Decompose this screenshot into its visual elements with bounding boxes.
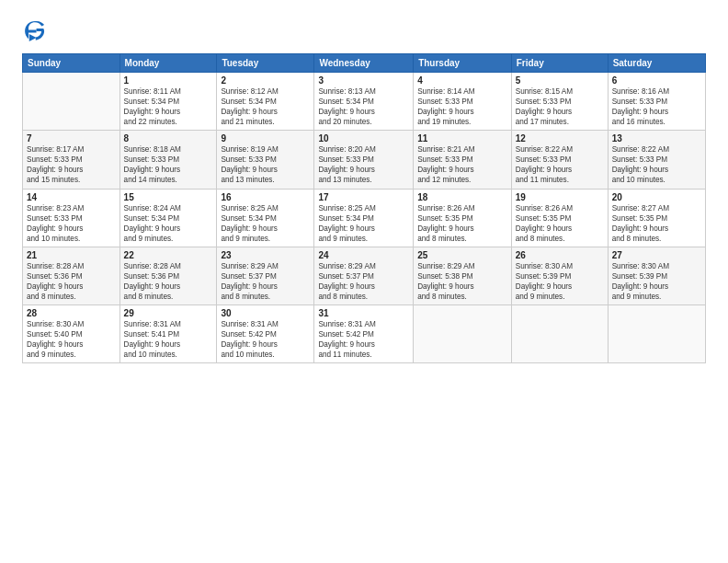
- calendar-table: SundayMondayTuesdayWednesdayThursdayFrid…: [22, 53, 706, 363]
- calendar-cell: 10Sunrise: 8:20 AMSunset: 5:33 PMDayligh…: [314, 131, 414, 189]
- day-of-week-tuesday: Tuesday: [217, 54, 314, 73]
- calendar-cell: 3Sunrise: 8:13 AMSunset: 5:34 PMDaylight…: [314, 73, 414, 131]
- day-number: 23: [221, 250, 310, 260]
- day-info: Sunrise: 8:31 AMSunset: 5:42 PMDaylight:…: [318, 319, 409, 360]
- day-info: Sunrise: 8:19 AMSunset: 5:33 PMDaylight:…: [221, 144, 310, 185]
- calendar-cell: [23, 73, 120, 131]
- calendar-cell: 5Sunrise: 8:15 AMSunset: 5:33 PMDaylight…: [511, 73, 608, 131]
- calendar-cell: 17Sunrise: 8:25 AMSunset: 5:34 PMDayligh…: [314, 189, 414, 247]
- day-number: 13: [612, 133, 701, 144]
- calendar-cell: [608, 305, 705, 363]
- day-info: Sunrise: 8:23 AMSunset: 5:33 PMDaylight:…: [27, 203, 116, 244]
- day-info: Sunrise: 8:26 AMSunset: 5:35 PMDaylight:…: [417, 203, 507, 244]
- day-info: Sunrise: 8:24 AMSunset: 5:34 PMDaylight:…: [124, 203, 213, 244]
- day-number: 22: [124, 250, 213, 260]
- day-info: Sunrise: 8:20 AMSunset: 5:33 PMDaylight:…: [318, 144, 409, 185]
- day-of-week-monday: Monday: [119, 54, 217, 73]
- day-info: Sunrise: 8:31 AMSunset: 5:42 PMDaylight:…: [221, 319, 310, 360]
- day-number: 28: [27, 308, 116, 318]
- day-number: 10: [318, 133, 409, 144]
- day-number: 19: [516, 192, 604, 202]
- calendar-cell: 1Sunrise: 8:11 AMSunset: 5:34 PMDaylight…: [119, 73, 217, 131]
- calendar-header: SundayMondayTuesdayWednesdayThursdayFrid…: [23, 54, 706, 73]
- day-info: Sunrise: 8:16 AMSunset: 5:33 PMDaylight:…: [612, 86, 701, 127]
- day-number: 25: [417, 250, 507, 260]
- day-info: Sunrise: 8:27 AMSunset: 5:35 PMDaylight:…: [612, 203, 701, 244]
- calendar-cell: 30Sunrise: 8:31 AMSunset: 5:42 PMDayligh…: [217, 305, 314, 363]
- day-number: 20: [612, 192, 701, 202]
- calendar-cell: 14Sunrise: 8:23 AMSunset: 5:33 PMDayligh…: [23, 189, 120, 247]
- day-number: 24: [318, 250, 409, 260]
- calendar-cell: [414, 305, 512, 363]
- calendar-cell: 31Sunrise: 8:31 AMSunset: 5:42 PMDayligh…: [314, 305, 414, 363]
- logo-icon: [22, 18, 48, 44]
- day-of-week-saturday: Saturday: [608, 54, 705, 73]
- day-info: Sunrise: 8:22 AMSunset: 5:33 PMDaylight:…: [612, 144, 701, 185]
- week-row-5: 28Sunrise: 8:30 AMSunset: 5:40 PMDayligh…: [23, 305, 706, 363]
- calendar-cell: 15Sunrise: 8:24 AMSunset: 5:34 PMDayligh…: [119, 189, 217, 247]
- day-number: 3: [318, 75, 409, 86]
- calendar-cell: 28Sunrise: 8:30 AMSunset: 5:40 PMDayligh…: [23, 305, 120, 363]
- day-info: Sunrise: 8:31 AMSunset: 5:41 PMDaylight:…: [124, 319, 213, 360]
- week-row-1: 1Sunrise: 8:11 AMSunset: 5:34 PMDaylight…: [23, 73, 706, 131]
- week-row-3: 14Sunrise: 8:23 AMSunset: 5:33 PMDayligh…: [23, 189, 706, 247]
- day-info: Sunrise: 8:14 AMSunset: 5:33 PMDaylight:…: [417, 86, 507, 127]
- days-of-week-row: SundayMondayTuesdayWednesdayThursdayFrid…: [23, 54, 706, 73]
- calendar-cell: 6Sunrise: 8:16 AMSunset: 5:33 PMDaylight…: [608, 73, 705, 131]
- day-of-week-thursday: Thursday: [414, 54, 512, 73]
- week-row-2: 7Sunrise: 8:17 AMSunset: 5:33 PMDaylight…: [23, 131, 706, 189]
- day-number: 15: [124, 192, 213, 202]
- calendar-cell: 12Sunrise: 8:22 AMSunset: 5:33 PMDayligh…: [511, 131, 608, 189]
- calendar-cell: 7Sunrise: 8:17 AMSunset: 5:33 PMDaylight…: [23, 131, 120, 189]
- day-number: 26: [516, 250, 604, 260]
- day-number: 7: [27, 133, 116, 144]
- calendar-cell: 23Sunrise: 8:29 AMSunset: 5:37 PMDayligh…: [217, 247, 314, 304]
- day-info: Sunrise: 8:29 AMSunset: 5:37 PMDaylight:…: [221, 261, 310, 302]
- day-number: 9: [221, 133, 310, 144]
- day-info: Sunrise: 8:15 AMSunset: 5:33 PMDaylight:…: [516, 86, 604, 127]
- day-info: Sunrise: 8:17 AMSunset: 5:33 PMDaylight:…: [27, 144, 116, 185]
- day-info: Sunrise: 8:29 AMSunset: 5:38 PMDaylight:…: [417, 261, 507, 302]
- calendar-cell: 21Sunrise: 8:28 AMSunset: 5:36 PMDayligh…: [23, 247, 120, 304]
- day-info: Sunrise: 8:13 AMSunset: 5:34 PMDaylight:…: [318, 86, 409, 127]
- calendar-cell: 18Sunrise: 8:26 AMSunset: 5:35 PMDayligh…: [414, 189, 512, 247]
- calendar-cell: 8Sunrise: 8:18 AMSunset: 5:33 PMDaylight…: [119, 131, 217, 189]
- calendar-cell: [511, 305, 608, 363]
- day-number: 1: [124, 75, 213, 86]
- day-info: Sunrise: 8:30 AMSunset: 5:40 PMDaylight:…: [27, 319, 116, 360]
- day-info: Sunrise: 8:25 AMSunset: 5:34 PMDaylight:…: [221, 203, 310, 244]
- calendar-cell: 11Sunrise: 8:21 AMSunset: 5:33 PMDayligh…: [414, 131, 512, 189]
- day-number: 18: [417, 192, 507, 202]
- calendar-cell: 20Sunrise: 8:27 AMSunset: 5:35 PMDayligh…: [608, 189, 705, 247]
- day-info: Sunrise: 8:30 AMSunset: 5:39 PMDaylight:…: [516, 261, 604, 302]
- logo: [22, 18, 51, 44]
- day-number: 16: [221, 192, 310, 202]
- day-info: Sunrise: 8:28 AMSunset: 5:36 PMDaylight:…: [27, 261, 116, 302]
- day-number: 5: [516, 75, 604, 86]
- calendar-cell: 4Sunrise: 8:14 AMSunset: 5:33 PMDaylight…: [414, 73, 512, 131]
- day-of-week-wednesday: Wednesday: [314, 54, 414, 73]
- day-number: 4: [417, 75, 507, 86]
- day-number: 8: [124, 133, 213, 144]
- day-info: Sunrise: 8:18 AMSunset: 5:33 PMDaylight:…: [124, 144, 213, 185]
- calendar-cell: 27Sunrise: 8:30 AMSunset: 5:39 PMDayligh…: [608, 247, 705, 304]
- day-info: Sunrise: 8:26 AMSunset: 5:35 PMDaylight:…: [516, 203, 604, 244]
- calendar-cell: 24Sunrise: 8:29 AMSunset: 5:37 PMDayligh…: [314, 247, 414, 304]
- page-header: [22, 18, 706, 44]
- day-number: 2: [221, 75, 310, 86]
- svg-marker-0: [29, 34, 37, 41]
- day-info: Sunrise: 8:29 AMSunset: 5:37 PMDaylight:…: [318, 261, 409, 302]
- day-number: 14: [27, 192, 116, 202]
- day-number: 30: [221, 308, 310, 318]
- day-number: 6: [612, 75, 701, 86]
- day-info: Sunrise: 8:30 AMSunset: 5:39 PMDaylight:…: [612, 261, 701, 302]
- day-number: 29: [124, 308, 213, 318]
- day-number: 17: [318, 192, 409, 202]
- week-row-4: 21Sunrise: 8:28 AMSunset: 5:36 PMDayligh…: [23, 247, 706, 304]
- day-info: Sunrise: 8:12 AMSunset: 5:34 PMDaylight:…: [221, 86, 310, 127]
- day-number: 21: [27, 250, 116, 260]
- calendar-cell: 2Sunrise: 8:12 AMSunset: 5:34 PMDaylight…: [217, 73, 314, 131]
- day-number: 27: [612, 250, 701, 260]
- calendar-cell: 16Sunrise: 8:25 AMSunset: 5:34 PMDayligh…: [217, 189, 314, 247]
- calendar-cell: 26Sunrise: 8:30 AMSunset: 5:39 PMDayligh…: [511, 247, 608, 304]
